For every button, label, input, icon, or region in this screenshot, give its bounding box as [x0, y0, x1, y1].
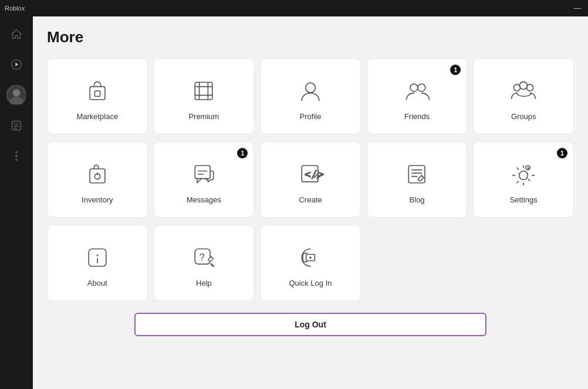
card-inventory[interactable]: Inventory — [47, 141, 148, 218]
minimize-button[interactable]: — — [572, 4, 583, 12]
card-row-2: Inventory 1 Messages — [47, 141, 574, 218]
logout-button[interactable]: Log Out — [134, 313, 486, 336]
svg-marker-1 — [15, 62, 19, 66]
card-messages[interactable]: 1 Messages — [154, 141, 255, 218]
svg-point-42 — [519, 171, 528, 180]
card-settings[interactable]: 1 ★ Settings — [473, 141, 574, 218]
create-label: Create — [299, 195, 322, 204]
inventory-label: Inventory — [82, 195, 113, 204]
svg-rect-14 — [195, 82, 213, 100]
help-icon: ? — [190, 242, 218, 273]
svg-rect-15 — [200, 86, 208, 95]
messages-label: Messages — [187, 195, 221, 204]
svg-rect-13 — [94, 91, 100, 96]
sidebar-item-activity[interactable] — [6, 115, 27, 136]
premium-icon — [190, 76, 218, 106]
card-create[interactable]: </> Create — [260, 141, 361, 218]
quicklogin-icon — [296, 242, 325, 273]
help-label: Help — [196, 279, 212, 287]
svg-point-10 — [16, 155, 18, 157]
svg-rect-30 — [90, 168, 105, 182]
card-marketplace[interactable]: Marketplace — [47, 58, 148, 134]
settings-icon: ★ — [509, 159, 538, 190]
svg-text:?: ? — [200, 251, 205, 262]
inventory-icon — [83, 159, 111, 190]
premium-label: Premium — [188, 112, 219, 121]
svg-rect-12 — [90, 86, 105, 99]
svg-point-3 — [13, 89, 20, 96]
friends-label: Friends — [404, 112, 430, 121]
window-controls: — — [572, 4, 583, 12]
card-premium[interactable]: Premium — [154, 58, 255, 134]
blog-icon — [403, 159, 431, 190]
settings-badge: 1 — [557, 148, 567, 158]
sidebar — [0, 16, 33, 389]
create-icon: </> — [296, 159, 325, 190]
profile-icon — [296, 76, 325, 106]
card-help[interactable]: ? Help — [154, 225, 255, 301]
settings-label: Settings — [510, 195, 538, 204]
card-profile[interactable]: Profile — [260, 58, 361, 134]
svg-point-52 — [309, 256, 312, 259]
titlebar: Roblox — — [0, 0, 588, 16]
friends-icon — [403, 76, 431, 106]
svg-point-24 — [306, 83, 316, 93]
svg-point-28 — [520, 82, 528, 89]
svg-point-9 — [16, 151, 18, 153]
sidebar-item-more[interactable] — [6, 146, 27, 167]
about-label: About — [87, 279, 107, 287]
quicklogin-label: Quick Log In — [289, 279, 332, 287]
svg-rect-38 — [408, 165, 425, 183]
card-groups[interactable]: Groups — [473, 58, 574, 134]
sidebar-item-discover[interactable] — [6, 54, 27, 75]
card-friends[interactable]: 1 Friends — [367, 58, 468, 134]
groups-icon — [509, 76, 538, 106]
page-title: More — [47, 28, 574, 46]
svg-point-29 — [527, 84, 533, 90]
svg-point-26 — [418, 84, 425, 92]
messages-icon — [190, 159, 218, 190]
svg-line-50 — [211, 264, 214, 266]
svg-point-4 — [10, 97, 22, 104]
groups-label: Groups — [511, 112, 536, 121]
marketplace-label: Marketplace — [76, 112, 118, 121]
app-title: Roblox — [5, 5, 572, 12]
card-row-3: About ? Help — [47, 225, 574, 301]
blog-label: Blog — [410, 195, 425, 204]
marketplace-icon — [83, 76, 111, 106]
svg-point-25 — [410, 84, 418, 92]
friends-badge: 1 — [450, 65, 461, 75]
card-quicklogin[interactable]: Quick Log In — [260, 225, 361, 301]
main-content: More Marketplace — [33, 16, 588, 389]
card-about[interactable]: About — [47, 225, 148, 301]
logout-container: Log Out — [47, 313, 574, 336]
card-row-1: Marketplace — [47, 58, 574, 134]
svg-rect-45 — [89, 249, 106, 266]
svg-rect-33 — [195, 165, 211, 178]
sidebar-avatar[interactable] — [6, 84, 27, 106]
svg-text:★: ★ — [526, 165, 530, 170]
messages-badge: 1 — [237, 148, 248, 158]
svg-point-11 — [16, 159, 18, 161]
profile-label: Profile — [300, 112, 322, 121]
card-blog[interactable]: Blog — [367, 141, 468, 218]
about-icon — [83, 242, 111, 273]
sidebar-item-home[interactable] — [6, 23, 27, 45]
app-body: More Marketplace — [0, 16, 588, 389]
